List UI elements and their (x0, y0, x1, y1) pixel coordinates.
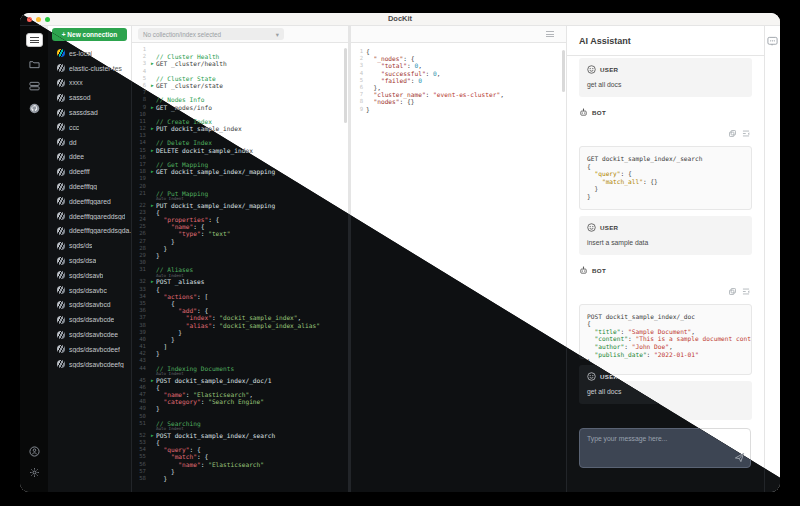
connection-item[interactable]: sgds/ds (48, 238, 131, 253)
play-spacer (149, 405, 156, 412)
run-query-button[interactable]: ▶ (149, 82, 156, 89)
line-number: 8 (351, 98, 366, 105)
line-number: 23 (132, 209, 149, 216)
insert-to-editor-icon[interactable] (742, 130, 750, 137)
insert-to-editor-icon[interactable] (742, 288, 750, 295)
message-header: BOT (579, 266, 752, 275)
connection-name: sassdsad (69, 109, 98, 116)
play-spacer (149, 209, 156, 216)
user-message: USERinsert a sample data (579, 216, 752, 255)
connection-item[interactable]: sgds/dsavbcd (48, 298, 131, 313)
connection-item[interactable]: ccc (48, 120, 131, 135)
line-number: 29 (132, 252, 149, 259)
github-icon[interactable] (29, 103, 40, 114)
ai-toggle-icon[interactable] (767, 33, 778, 492)
connection-item[interactable]: ddeefff (48, 164, 131, 179)
copy-icon[interactable] (729, 130, 736, 137)
code-line: 2 "_nodes": { (351, 55, 566, 62)
line-number: 46 (132, 384, 149, 391)
bot-code-block: GET dockit_sample_index/_search{ "query"… (579, 146, 752, 210)
connection-item[interactable]: xxxx (48, 76, 131, 91)
connection-item[interactable]: sgds/dsa (48, 253, 131, 268)
play-spacer (149, 259, 156, 266)
code-line: 41 ] (132, 343, 348, 350)
chevron-down-icon: ▾ (276, 31, 279, 38)
connection-item[interactable]: ddeefffggareddsgd (48, 209, 131, 224)
copy-icon[interactable] (729, 288, 736, 295)
run-query-button[interactable]: ▶ (149, 104, 156, 111)
editor-scrollbar[interactable] (344, 48, 347, 123)
connection-item[interactable]: ddeefffggareddsgda... (48, 224, 131, 239)
folders-icon[interactable] (29, 59, 40, 69)
new-connection-button[interactable]: + New connection (52, 28, 127, 41)
code-text: "properties": { (156, 216, 219, 223)
play-spacer (149, 223, 156, 230)
run-query-button[interactable]: ▶ (149, 147, 156, 154)
connection-name: ddeefffggareddsgd (69, 213, 125, 220)
minimize-window-button[interactable] (36, 17, 41, 22)
settings-icon[interactable] (29, 467, 40, 478)
run-query-button[interactable]: ▶ (149, 202, 156, 209)
account-icon[interactable] (29, 446, 40, 457)
line-number: 20 (132, 183, 149, 190)
code-line: 7 "cluster_name": "event-es-cluster", (351, 91, 566, 98)
connection-item[interactable]: sassdsad (48, 105, 131, 120)
run-query-button[interactable]: ▶ (149, 125, 156, 132)
elasticsearch-logo-icon (57, 94, 65, 102)
connection-item[interactable]: sgds/dsavbcdee (48, 327, 131, 342)
code-line: 40 } (132, 336, 348, 343)
elasticsearch-logo-icon (57, 331, 65, 339)
results-menu-icon[interactable] (546, 31, 554, 37)
run-query-button[interactable]: ▶ (149, 168, 156, 175)
run-query-button[interactable]: ▶ (149, 278, 156, 285)
line-number: 22 (132, 202, 149, 209)
line-number: 54 (132, 446, 149, 453)
collections-icon[interactable] (26, 33, 43, 47)
message-header: BOT (579, 108, 752, 117)
connection-item[interactable]: ddeefffggared (48, 194, 131, 209)
bot-avatar-icon (579, 266, 588, 275)
code-text: "total": 0, (366, 62, 422, 69)
run-query-button[interactable]: ▶ (149, 377, 156, 384)
window-title: DocKit (20, 13, 780, 25)
code-text: "type": "text" (156, 230, 231, 237)
connection-item[interactable]: sgds/dsavbc (48, 283, 131, 298)
elasticsearch-logo-icon (57, 301, 65, 309)
connection-item[interactable]: dd (48, 135, 131, 150)
code-text: GET dockit_sample_index/_mapping (156, 168, 275, 175)
line-number: 18 (132, 168, 149, 175)
connection-item[interactable]: sgds/dsavbcde (48, 312, 131, 327)
code-text: } (156, 252, 160, 259)
line-number: 43 (132, 357, 149, 364)
results-scrollbar[interactable] (562, 50, 565, 92)
code-text: { (156, 300, 175, 307)
line-number: 53 (132, 439, 149, 446)
code-line: 9} (351, 106, 566, 113)
code-line: 58 } (132, 475, 348, 482)
elasticsearch-logo-icon (57, 64, 65, 72)
line-number: 7 (351, 91, 366, 98)
code-text: DELETE dockit_sample_index (156, 147, 253, 154)
user-avatar-icon (587, 223, 596, 232)
run-query-button[interactable]: ▶ (149, 60, 156, 67)
connection-item[interactable]: ddee (48, 150, 131, 165)
maximize-window-button[interactable] (45, 17, 50, 22)
play-spacer (149, 329, 156, 336)
backups-icon[interactable] (29, 81, 40, 91)
connection-item[interactable]: sgds/dsavbcdeef (48, 342, 131, 357)
connection-item[interactable]: sgds/dsavb (48, 268, 131, 283)
play-spacer (149, 53, 156, 60)
code-line: 5// Cluster State (132, 75, 348, 82)
code-line: 2// Cluster Health (132, 53, 348, 60)
connection-item[interactable]: sgds/dsavbcdeefg (48, 357, 131, 372)
code-text: { (156, 286, 160, 293)
run-query-button[interactable]: ▶ (149, 432, 156, 439)
line-number: 9 (351, 106, 366, 113)
line-number: 19 (132, 175, 149, 182)
play-spacer (149, 343, 156, 350)
code-text: { (366, 48, 370, 55)
connection-item[interactable]: sassod (48, 90, 131, 105)
code-text: } (156, 238, 175, 245)
connection-item[interactable]: ddeefffgg (48, 179, 131, 194)
collection-select[interactable]: No collection/index selected ▾ (138, 28, 284, 40)
